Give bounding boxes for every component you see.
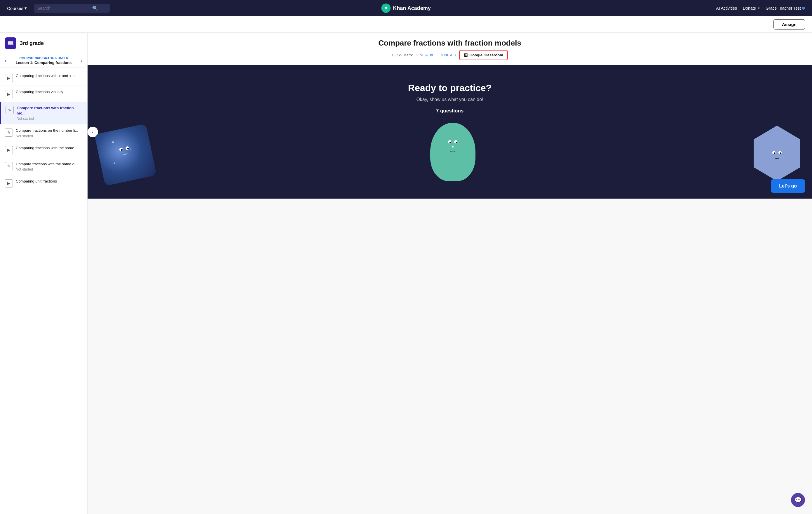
content-title: Compare fractions with fraction models [99,38,800,48]
google-classroom-icon: ⊞ [464,52,468,58]
google-classroom-label: Google Classroom [469,53,503,57]
practice-characters [99,123,800,181]
lesson-item-title: Compare fractions on the number li... [16,128,78,133]
ccss-label: CCSS.Math: [392,53,413,57]
sidebar: 📖 3rd grade ‹ COURSE: 3RD GRADE > UNIT 6… [0,33,88,514]
lesson-nav-block: ‹ COURSE: 3RD GRADE > UNIT 6 Lesson 1: C… [0,54,87,67]
pencil-icon: ✎ [5,129,13,137]
practice-subtitle: Okay, show us what you can do! [99,97,800,102]
lesson-item-title: Comparing fractions with > and < s... [16,73,78,79]
support-icon-symbol: 💬 [794,496,802,504]
lesson-item[interactable]: ▶ Comparing unit fractions [0,175,87,191]
lesson-title: Lesson 1: Comparing fractions [6,60,81,65]
character-teal [430,123,475,181]
lesson-item-subtitle: Not started [16,167,78,171]
sidebar-grade-header: 📖 3rd grade [0,37,87,54]
donate-label: Donate [743,6,756,10]
lesson-item-active[interactable]: ✎ Compare fractions with fraction mo... … [0,102,87,125]
support-icon[interactable]: 💬 [791,493,805,507]
khan-academy-logo-icon: ✦ [381,3,390,13]
pencil-icon: ✎ [5,106,14,114]
chevron-down-icon: ▾ [25,5,27,11]
play-icon: ▶ [5,90,13,98]
content-meta: CCSS.Math: 3.NF.A.3d , 3.NF.A.3 ⊞ Google… [99,50,800,60]
character-blue [99,129,152,181]
ccss-link-1[interactable]: 3.NF.A.3d [416,53,433,57]
external-link-icon: ↗ [757,6,760,10]
lesson-item[interactable]: ▶ Comparing fractions with the same ... [0,142,87,158]
lesson-item-title: Compare fractions with fraction mo... [17,105,83,116]
play-icon: ▶ [5,146,13,154]
next-lesson-button[interactable]: › [81,57,83,64]
content-area: Compare fractions with fraction models C… [88,33,812,514]
breadcrumb: COURSE: 3RD GRADE > UNIT 6 [6,56,81,60]
pencil-icon: ✎ [5,162,13,170]
logo-text: Khan Academy [393,5,431,11]
courses-label: Courses [7,6,23,11]
lesson-item[interactable]: ✎ Compare fractions on the number li... … [0,125,87,142]
logo: ✦ Khan Academy [381,3,431,13]
lesson-list: ▶ Comparing fractions with > and < s... … [0,67,87,194]
practice-questions-count: 7 questions [99,108,800,114]
svg-text:✦: ✦ [384,5,388,11]
user-menu[interactable]: Grace Teacher Test [765,6,805,10]
user-label: Grace Teacher Test [765,6,801,10]
google-classroom-button[interactable]: ⊞ Google Classroom [459,50,508,60]
grade-title: 3rd grade [20,40,44,47]
donate-link[interactable]: Donate ↗ [743,6,760,10]
content-header: Compare fractions with fraction models C… [88,33,812,65]
practice-title: Ready to practice? [99,83,800,93]
ai-activities-link[interactable]: AI Activities [716,6,737,10]
lesson-item-title: Comparing fractions visually [16,89,63,94]
search-box[interactable]: 🔍 [34,4,110,13]
lesson-item-subtitle: Not started [17,116,83,120]
search-icon: 🔍 [92,5,98,11]
play-icon: ▶ [5,74,13,82]
search-input[interactable] [37,6,90,10]
main-layout: 📖 3rd grade ‹ COURSE: 3RD GRADE > UNIT 6… [0,33,812,514]
lesson-item[interactable]: ▶ Comparing fractions visually [0,86,87,102]
lesson-item-subtitle: Not started [16,134,78,138]
character-lavender [754,126,800,181]
lesson-item-title: Comparing fractions with the same ... [16,145,79,151]
play-icon: ▶ [5,179,13,188]
courses-menu[interactable]: Courses ▾ [7,5,27,11]
assign-button[interactable]: Assign [774,19,805,29]
practice-panel: ‹ Ready to practice? Okay, show us what … [88,65,812,198]
notification-dot [802,7,805,10]
navbar: Courses ▾ 🔍 ✦ Khan Academy AI Activities… [0,0,812,16]
lesson-item[interactable]: ✎ Compare fractions with the same d... N… [0,158,87,175]
lesson-item-title: Comparing unit fractions [16,179,57,184]
lesson-item-title: Compare fractions with the same d... [16,162,78,167]
lesson-item[interactable]: ▶ Comparing fractions with > and < s... [0,70,87,86]
nav-right: AI Activities Donate ↗ Grace Teacher Tes… [716,6,805,10]
grade-icon: 📖 [5,37,16,49]
assign-bar: Assign [0,16,812,33]
lets-go-button[interactable]: Let's go [771,179,805,193]
ccss-link-2[interactable]: 3.NF.A.3 [441,53,456,57]
